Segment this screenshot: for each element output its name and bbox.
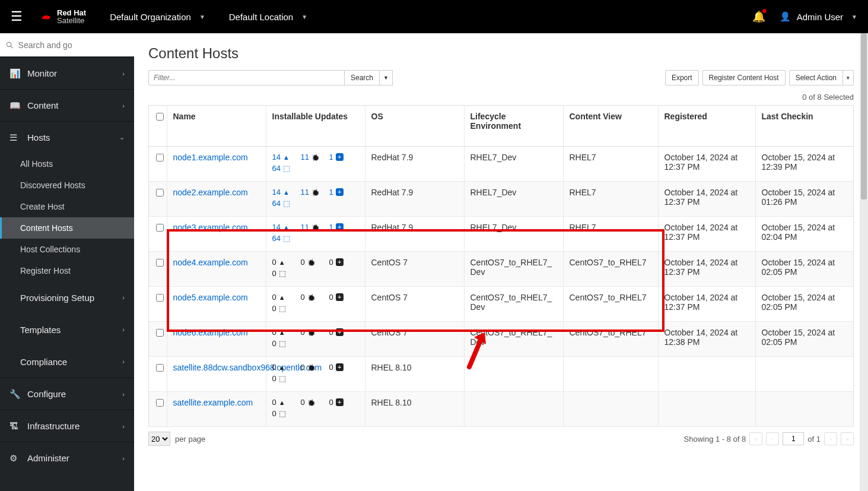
sidebar-item-administer[interactable]: ⚙Administer› — [0, 442, 134, 474]
sidebar-item-compliance[interactable]: Compliance› — [0, 346, 134, 378]
host-link[interactable]: node3.example.com — [173, 223, 248, 232]
next-page-button[interactable]: › — [824, 432, 837, 445]
sidebar-subitem-discovered-hosts[interactable]: Discovered Hosts — [0, 175, 134, 196]
search-button[interactable]: Search — [344, 70, 380, 85]
select-action-dropdown[interactable]: ▾ — [843, 70, 854, 85]
bug-updates[interactable]: 11 — [301, 153, 329, 161]
bug-icon — [307, 328, 316, 337]
sidebar-subitem-all-hosts[interactable]: All Hosts — [0, 153, 134, 175]
bug-updates[interactable]: 0 — [301, 328, 329, 337]
row-checkbox[interactable] — [156, 329, 164, 337]
package-updates[interactable]: 0 — [272, 304, 359, 313]
host-link[interactable]: node2.example.com — [173, 188, 248, 197]
register-content-host-button[interactable]: Register Content Host — [702, 70, 786, 85]
enhancement-updates[interactable]: 0 + — [329, 328, 358, 337]
cell-reg: October 14, 2024 at 12:38 PM — [658, 322, 755, 357]
filter-input[interactable] — [148, 70, 344, 85]
th-checkin[interactable]: Last Checkin — [755, 106, 853, 147]
security-updates[interactable]: 14 — [272, 153, 301, 161]
security-updates[interactable]: 0 — [272, 398, 301, 407]
th-name[interactable]: Name — [167, 106, 266, 147]
sidebar-search-input[interactable] — [18, 40, 128, 50]
enhancement-updates[interactable]: 1 + — [329, 188, 358, 197]
security-updates[interactable]: 0 — [272, 328, 301, 337]
sidebar-item-hosts[interactable]: ☰Hosts⌄ — [0, 121, 134, 153]
chevron-right-icon: › — [122, 391, 125, 398]
sidebar-item-infrastructure[interactable]: 🏗Infrastructure› — [0, 410, 134, 442]
location-switcher[interactable]: Default Location ▼ — [229, 12, 307, 22]
host-link[interactable]: node5.example.com — [173, 293, 248, 302]
sidebar-subitem-host-collections[interactable]: Host Collections — [0, 239, 134, 260]
prev-page-button[interactable]: ‹ — [766, 432, 779, 445]
sidebar-subitem-create-host[interactable]: Create Host — [0, 196, 134, 217]
host-link[interactable]: node6.example.com — [173, 328, 248, 337]
sidebar-item-templates[interactable]: Templates› — [0, 313, 134, 346]
row-checkbox[interactable] — [156, 294, 164, 302]
bug-updates[interactable]: 0 — [301, 258, 329, 267]
page-input[interactable] — [783, 432, 804, 445]
cell-os: CentOS 7 — [365, 252, 464, 287]
row-checkbox[interactable] — [156, 189, 164, 197]
first-page-button[interactable]: « — [749, 432, 762, 445]
user-menu[interactable]: 👤 Admin User ▼ — [780, 11, 857, 22]
row-checkbox[interactable] — [156, 399, 164, 407]
cell-reg: October 14, 2024 at 12:37 PM — [658, 287, 755, 322]
cell-reg: October 14, 2024 at 12:37 PM — [658, 217, 755, 252]
select-all-checkbox[interactable] — [156, 113, 164, 121]
enhancement-updates[interactable]: 1 + — [329, 223, 358, 232]
security-updates[interactable]: 0 — [272, 258, 301, 267]
package-updates[interactable]: 0 — [272, 269, 359, 278]
th-cv[interactable]: Content View — [563, 106, 658, 147]
bug-updates[interactable]: 11 — [301, 188, 329, 197]
org-switcher[interactable]: Default Organization ▼ — [110, 12, 205, 22]
sidebar-subitem-content-hosts[interactable]: Content Hosts — [0, 217, 134, 239]
security-updates[interactable]: 0 — [272, 363, 301, 372]
th-env[interactable]: Lifecycle Environment — [464, 106, 563, 147]
security-updates[interactable]: 0 — [272, 293, 301, 302]
notifications-icon[interactable]: 🔔 — [752, 10, 765, 23]
th-os[interactable]: OS — [365, 106, 464, 147]
export-button[interactable]: Export — [665, 70, 699, 85]
sidebar-item-provisioning-setup[interactable]: Provisioning Setup› — [0, 281, 134, 313]
package-updates[interactable]: 64 — [272, 199, 359, 208]
security-updates[interactable]: 14 — [272, 223, 301, 232]
enhancement-icon: + — [336, 363, 344, 371]
scrollbar[interactable] — [860, 33, 868, 491]
package-updates[interactable]: 64 — [272, 234, 359, 243]
enhancement-updates[interactable]: 1 + — [329, 153, 358, 161]
host-link[interactable]: node4.example.com — [173, 258, 248, 267]
package-updates[interactable]: 0 — [272, 374, 359, 383]
row-checkbox[interactable] — [156, 364, 164, 372]
per-page-select[interactable]: 20 — [148, 432, 170, 446]
row-checkbox[interactable] — [156, 224, 164, 232]
bug-updates[interactable]: 0 — [301, 363, 329, 372]
enhancement-updates[interactable]: 0 + — [329, 398, 358, 407]
bug-updates[interactable]: 0 — [301, 398, 329, 407]
enhancement-updates[interactable]: 0 + — [329, 293, 358, 302]
bug-updates[interactable]: 11 — [301, 223, 329, 232]
search-dropdown[interactable]: ▼ — [380, 70, 393, 85]
enhancement-updates[interactable]: 0 + — [329, 258, 358, 267]
security-updates[interactable]: 14 — [272, 188, 301, 197]
hamburger-icon[interactable]: ☰ — [11, 9, 23, 24]
sidebar-item-configure[interactable]: 🔧Configure› — [0, 378, 134, 410]
host-link[interactable]: node1.example.com — [173, 153, 248, 162]
package-updates[interactable]: 64 — [272, 164, 359, 173]
last-page-button[interactable]: » — [841, 432, 854, 445]
sidebar-item-content[interactable]: 📖Content› — [0, 89, 134, 121]
sidebar-subitem-register-host[interactable]: Register Host — [0, 260, 134, 281]
sidebar-search[interactable] — [0, 33, 134, 57]
row-checkbox[interactable] — [156, 259, 164, 267]
brand-logo[interactable]: Red Hat Satellite — [39, 9, 86, 24]
th-reg[interactable]: Registered — [658, 106, 755, 147]
th-updates[interactable]: Installable Updates — [266, 106, 365, 147]
bug-updates[interactable]: 0 — [301, 293, 329, 302]
enhancement-updates[interactable]: 0 + — [329, 363, 358, 372]
package-updates[interactable]: 0 — [272, 339, 359, 348]
select-action-button[interactable]: Select Action — [789, 70, 843, 85]
host-link[interactable]: satellite.example.com — [173, 398, 253, 407]
row-checkbox[interactable] — [156, 154, 164, 161]
table-row: node1.example.com 14 11 1 + 64 RedHat 7.… — [149, 147, 853, 182]
sidebar-item-monitor[interactable]: 📊Monitor› — [0, 57, 134, 89]
package-updates[interactable]: 0 — [272, 409, 359, 418]
